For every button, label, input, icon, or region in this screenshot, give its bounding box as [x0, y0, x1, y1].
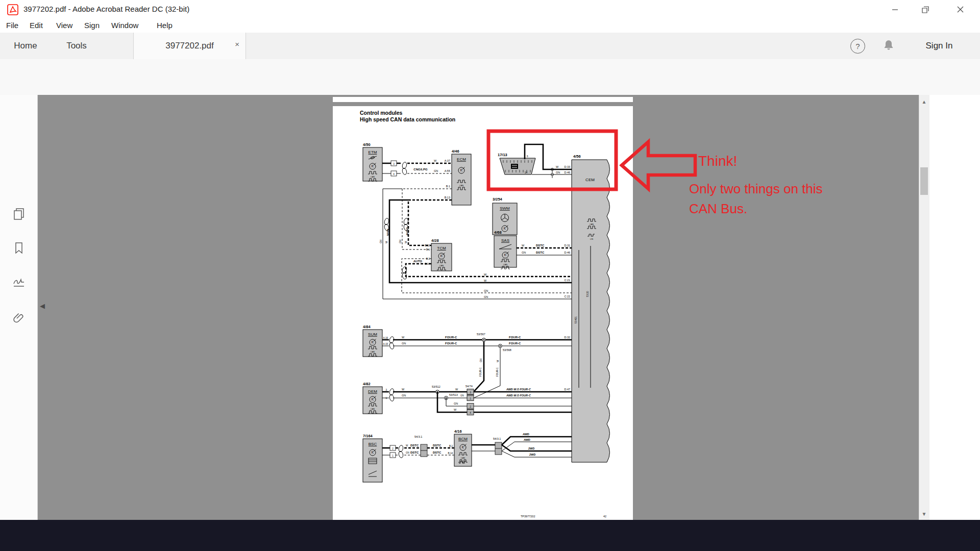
module-cem: 4/56 CEM 53/20 53/431 — [572, 154, 610, 462]
svg-text:6: 6 — [527, 155, 528, 158]
module-bsc: 7/164 BSC — [363, 434, 382, 482]
svg-text:1: 1 — [392, 455, 394, 457]
annotation-heading: Think! — [698, 153, 737, 169]
acrobat-window: 3977202.pdf - Adobe Acrobat Reader DC (3… — [0, 0, 980, 551]
svg-text:GN: GN — [402, 342, 406, 345]
svg-text:4/82: 4/82 — [363, 382, 371, 386]
svg-text:BCM: BCM — [458, 437, 468, 441]
svg-text:3/254: 3/254 — [493, 197, 503, 202]
svg-text:DSTC: DSTC — [433, 451, 442, 454]
left-panel-rail — [0, 95, 38, 520]
svg-text:D:46: D:46 — [564, 171, 570, 174]
svg-text:4: 4 — [470, 412, 471, 414]
svg-text:53/567: 53/567 — [477, 333, 485, 336]
svg-text:3: 3 — [385, 389, 387, 391]
page-footer-number: 42 — [603, 515, 606, 518]
svg-text:53/20: 53/20 — [586, 291, 589, 297]
bookmarks-icon[interactable] — [11, 240, 27, 256]
svg-text:A:55: A:55 — [445, 169, 450, 172]
svg-text:MAN: MAN — [386, 229, 389, 236]
scroll-down-arrow[interactable]: ▼ — [919, 508, 929, 519]
svg-text:DEM: DEM — [368, 389, 377, 394]
svg-text:FOUR-C: FOUR-C — [496, 367, 499, 377]
svg-text:3: 3 — [393, 163, 395, 165]
left-panel-collapse-arrow[interactable]: ◀ — [40, 302, 45, 310]
menu-bar: File Edit View Sign Window Help — [0, 19, 980, 33]
svg-text:2WD: 2WD — [529, 453, 535, 456]
restore-button[interactable] — [911, 0, 940, 19]
tab-home[interactable]: Home — [5, 33, 46, 59]
svg-text:53/431: 53/431 — [575, 316, 577, 323]
vertical-scrollbar[interactable] — [919, 95, 930, 520]
svg-text:W: W — [434, 159, 437, 162]
tab-bar: Home Tools 3977202.pdf × ? Sign In — [0, 33, 980, 60]
module-sas: 4/68 SAS — [494, 230, 517, 269]
svg-text:GN: GN — [380, 240, 382, 243]
svg-text:4/46: 4/46 — [452, 149, 459, 154]
svg-text:3: 3 — [470, 391, 471, 394]
svg-text:W: W — [406, 444, 408, 447]
menu-sign[interactable]: Sign — [84, 21, 100, 30]
svg-text:BSC: BSC — [369, 442, 377, 446]
svg-text:W: W — [556, 165, 559, 168]
svg-text:W: W — [385, 241, 388, 243]
svg-text:ETM: ETM — [369, 150, 377, 155]
window-title: 3977202.pdf - Adobe Acrobat Reader DC (3… — [23, 5, 189, 13]
svg-text:DSTC: DSTC — [410, 451, 419, 454]
svg-text:DSTC: DSTC — [433, 444, 442, 447]
svg-text:ECM: ECM — [457, 157, 466, 162]
page-footer-text: TP3977202 — [521, 515, 535, 518]
svg-text:D:33: D:33 — [564, 165, 570, 168]
svg-text:FOUR-C: FOUR-C — [445, 336, 457, 339]
menu-edit[interactable]: Edit — [30, 21, 43, 30]
tab-tools[interactable]: Tools — [56, 33, 97, 59]
svg-text:B:2: B:2 — [449, 445, 453, 447]
svg-text:D:31: D:31 — [564, 244, 570, 247]
svg-text:AWD: AWD — [523, 438, 530, 441]
svg-text:2: 2 — [470, 406, 471, 408]
svg-text:AWD: AWD — [522, 433, 529, 436]
svg-text:D:46: D:46 — [564, 251, 570, 254]
svg-text:B:13: B:13 — [425, 244, 430, 247]
scrollbar-thumb[interactable] — [920, 167, 928, 195]
svg-text:W: W — [402, 388, 405, 391]
svg-text:W: W — [405, 241, 407, 243]
svg-text:SUM: SUM — [368, 332, 377, 337]
diagram-title-line1: Control modules — [360, 110, 403, 116]
page-thumbnails-icon[interactable] — [11, 206, 27, 221]
svg-text:2WD: 2WD — [528, 447, 534, 450]
menu-help[interactable]: Help — [157, 21, 173, 30]
menu-window[interactable]: Window — [111, 21, 138, 30]
menu-file[interactable]: File — [6, 21, 18, 30]
menu-view[interactable]: View — [56, 21, 72, 30]
sign-in-button[interactable]: Sign In — [914, 33, 965, 59]
signatures-icon[interactable] — [11, 274, 27, 290]
tab-document[interactable]: 3977202.pdf × — [133, 33, 246, 59]
help-icon[interactable]: ? — [850, 39, 865, 54]
tab-close-icon[interactable]: × — [235, 40, 239, 48]
svg-text:A:15: A:15 — [383, 343, 388, 345]
svg-text:CEM: CEM — [585, 178, 595, 182]
scroll-up-arrow[interactable]: ▲ — [919, 96, 929, 107]
svg-text:54/74: 54/74 — [465, 385, 473, 388]
svg-text:AUTO: AUTO — [413, 260, 422, 263]
svg-text:53/568: 53/568 — [503, 348, 511, 352]
close-button[interactable] — [945, 0, 975, 19]
svg-text:GN: GN — [460, 394, 464, 397]
svg-text:DSTC: DSTC — [536, 251, 545, 254]
svg-text:AUTO: AUTO — [406, 227, 409, 236]
notifications-bell-icon[interactable] — [882, 38, 895, 55]
svg-text:FOUR-C: FOUR-C — [479, 367, 482, 377]
attachments-icon[interactable] — [11, 311, 27, 326]
svg-text:GN: GN — [399, 240, 402, 243]
svg-text:D:47: D:47 — [564, 388, 570, 391]
svg-text:SAS: SAS — [501, 238, 509, 243]
svg-text:B:13: B:13 — [445, 196, 450, 199]
svg-text:GN: GN — [406, 452, 409, 454]
svg-text:D:32: D:32 — [564, 336, 570, 339]
svg-text:C:21: C:21 — [564, 279, 570, 282]
svg-text:B:1: B:1 — [426, 248, 430, 251]
svg-text:W: W — [497, 360, 499, 362]
minimize-button[interactable] — [880, 0, 910, 19]
main-toolbar: / 282 43.1% — [0, 59, 980, 95]
